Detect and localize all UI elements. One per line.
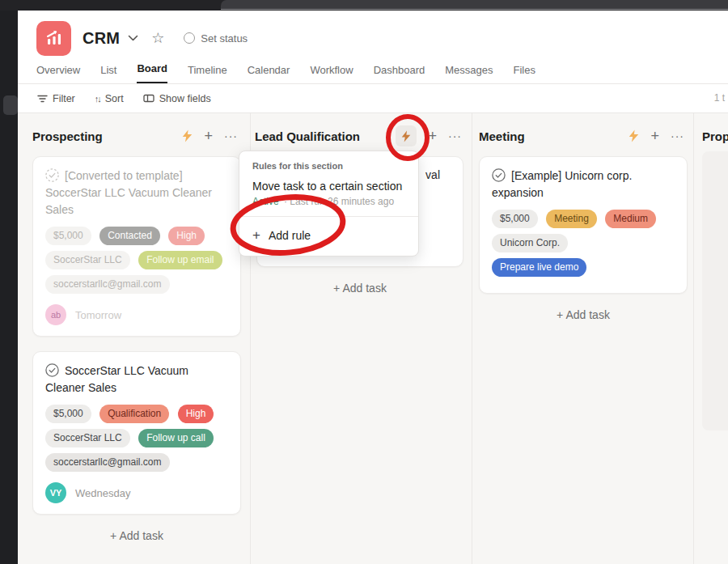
add-task-plus-icon[interactable]: + xyxy=(204,129,213,143)
column-proposal: Prop xyxy=(702,113,728,564)
column-more-icon[interactable]: ··· xyxy=(671,129,684,142)
due-date: Tomorrow xyxy=(75,309,121,321)
add-task-button[interactable]: + Add task xyxy=(255,282,465,295)
show-fields-label: Show fields xyxy=(159,93,211,104)
add-task-plus-icon[interactable]: + xyxy=(650,129,659,143)
tab-workflow[interactable]: Workflow xyxy=(310,64,353,83)
plus-icon: + xyxy=(252,227,260,244)
tab-messages[interactable]: Messages xyxy=(445,64,493,83)
partial-task-title-text: val xyxy=(425,168,440,181)
view-tabs: Overview List Board Timeline Calendar Wo… xyxy=(36,61,728,83)
priority-pill[interactable]: Medium xyxy=(605,210,656,228)
rule-status-detail: · Last run 26 minutes ago xyxy=(284,196,394,207)
tab-overview[interactable]: Overview xyxy=(36,64,80,83)
top-window-bar-strip xyxy=(221,0,728,10)
task-pills: $5,000 Meeting Medium Unicorn Corp. Prep… xyxy=(492,210,675,282)
task-footer: VY Wednesday xyxy=(45,482,228,503)
stage-pill[interactable]: Meeting xyxy=(546,210,597,228)
section-rules-lightning-icon[interactable] xyxy=(182,129,193,142)
column-more-icon[interactable]: ··· xyxy=(448,129,462,142)
stage-pill[interactable]: Contacted xyxy=(99,227,160,245)
tab-board[interactable]: Board xyxy=(137,62,167,83)
add-task-plus-icon[interactable]: + xyxy=(428,129,437,143)
section-rules-lightning-icon[interactable] xyxy=(629,129,639,142)
tab-calendar[interactable]: Calendar xyxy=(248,64,290,83)
check-circle-icon[interactable] xyxy=(45,168,59,182)
column-header: Prop xyxy=(702,113,728,146)
board-toolbar: Filter ↑↓ Sort Show fields 1 t xyxy=(18,84,728,113)
tab-dashboard[interactable]: Dashboard xyxy=(374,64,425,83)
next-step-pill[interactable]: Follow up email xyxy=(138,251,222,269)
set-status-button[interactable]: Set status xyxy=(184,32,248,45)
deal-value-pill[interactable]: $5,000 xyxy=(45,227,91,245)
filter-icon xyxy=(37,95,48,103)
lead-qualification-rules-lightning[interactable] xyxy=(396,125,417,146)
project-title: CRM xyxy=(83,29,120,48)
sort-button[interactable]: ↑↓ Sort xyxy=(95,93,124,104)
deal-value-pill[interactable]: $5,000 xyxy=(45,405,91,423)
task-pills: $5,000 Contacted High SoccerStar LLC Fol… xyxy=(45,227,228,299)
column-divider xyxy=(472,113,472,564)
project-icon[interactable] xyxy=(36,21,71,56)
rules-popup: Rules for this section Move task to a ce… xyxy=(239,151,419,257)
rules-popup-heading: Rules for this section xyxy=(252,161,405,171)
lightning-icon xyxy=(401,130,411,142)
chevron-down-icon[interactable] xyxy=(128,35,138,41)
task-title-text: SoccerStar LLC Vacuum Cleaner Sales xyxy=(45,364,188,394)
top-window-bar xyxy=(0,0,728,11)
next-step-pill[interactable]: Follow up call xyxy=(138,429,214,447)
task-title-text: [Example] Unicorn corp. expansion xyxy=(492,169,632,199)
assignee-avatar[interactable]: ab xyxy=(45,304,66,325)
priority-pill[interactable]: High xyxy=(178,405,214,423)
task-card-unicorn[interactable]: [Example] Unicorn corp. expansion $5,000… xyxy=(479,156,688,294)
status-circle-icon xyxy=(184,32,195,44)
company-pill[interactable]: Unicorn Corp. xyxy=(492,234,568,252)
sidebar-active-item[interactable] xyxy=(3,95,18,115)
rule-item[interactable]: Move task to a certain section xyxy=(252,180,405,193)
filter-button[interactable]: Filter xyxy=(37,93,75,104)
due-date: Wednesday xyxy=(75,487,130,499)
task-title: [Example] Unicorn corp. expansion xyxy=(492,168,675,201)
add-task-button[interactable]: + Add task xyxy=(32,529,241,542)
task-title: [Converted to template] SoccerStar LLC V… xyxy=(45,168,228,218)
star-favorite-icon[interactable]: ☆ xyxy=(151,29,164,47)
app-window: CRM ☆ Set status Overview List Board Tim… xyxy=(18,11,728,564)
add-task-button[interactable]: + Add task xyxy=(479,308,688,321)
task-pills: $5,000 Qualification High SoccerStar LLC… xyxy=(45,405,228,477)
column-name: Lead Qualification xyxy=(255,129,396,143)
email-pill[interactable]: soccerstarllc@gmail.com xyxy=(45,453,170,472)
email-pill[interactable]: soccerstarllc@gmail.com xyxy=(45,275,170,294)
tab-files[interactable]: Files xyxy=(513,64,535,83)
tab-list[interactable]: List xyxy=(100,64,116,83)
column-prospecting: Prospecting + ··· [Converted to template… xyxy=(32,113,241,564)
company-pill[interactable]: SoccerStar LLC xyxy=(45,251,130,269)
company-pill[interactable]: SoccerStar LLC xyxy=(45,429,130,447)
collapsed-sidebar[interactable] xyxy=(0,11,18,564)
column-name: Prop xyxy=(702,129,728,143)
check-circle-icon[interactable] xyxy=(492,168,506,182)
task-title-text: [Converted to template] SoccerStar LLC V… xyxy=(45,169,212,216)
bar-chart-icon xyxy=(44,28,65,49)
project-header: CRM ☆ Set status xyxy=(36,20,248,56)
show-fields-button[interactable]: Show fields xyxy=(143,93,211,104)
filter-label: Filter xyxy=(53,93,75,104)
rule-status: Active · Last run 26 minutes ago xyxy=(252,196,405,207)
add-rule-button[interactable]: + Add rule xyxy=(252,217,405,256)
stage-pill[interactable]: Qualification xyxy=(99,405,169,423)
check-circle-icon[interactable] xyxy=(45,363,59,377)
tab-timeline[interactable]: Timeline xyxy=(188,64,227,83)
deal-value-pill[interactable]: $5,000 xyxy=(492,210,538,228)
task-count: 1 t xyxy=(714,92,725,104)
next-step-pill[interactable]: Prepare live demo xyxy=(492,258,586,277)
task-card-soccerstar[interactable]: SoccerStar LLC Vacuum Cleaner Sales $5,0… xyxy=(32,351,241,515)
column-name: Prospecting xyxy=(32,129,182,143)
column-more-icon[interactable]: ··· xyxy=(224,129,238,142)
show-fields-icon xyxy=(143,94,154,103)
column-name: Meeting xyxy=(479,129,629,143)
column-meeting: Meeting + ··· [Example] Unicorn corp. ex… xyxy=(479,113,688,564)
add-rule-label: Add rule xyxy=(269,229,311,242)
priority-pill[interactable]: High xyxy=(168,227,205,245)
task-footer: ab Tomorrow xyxy=(45,304,228,325)
task-card-converted-template[interactable]: [Converted to template] SoccerStar LLC V… xyxy=(32,156,241,337)
assignee-avatar[interactable]: VY xyxy=(45,482,66,503)
